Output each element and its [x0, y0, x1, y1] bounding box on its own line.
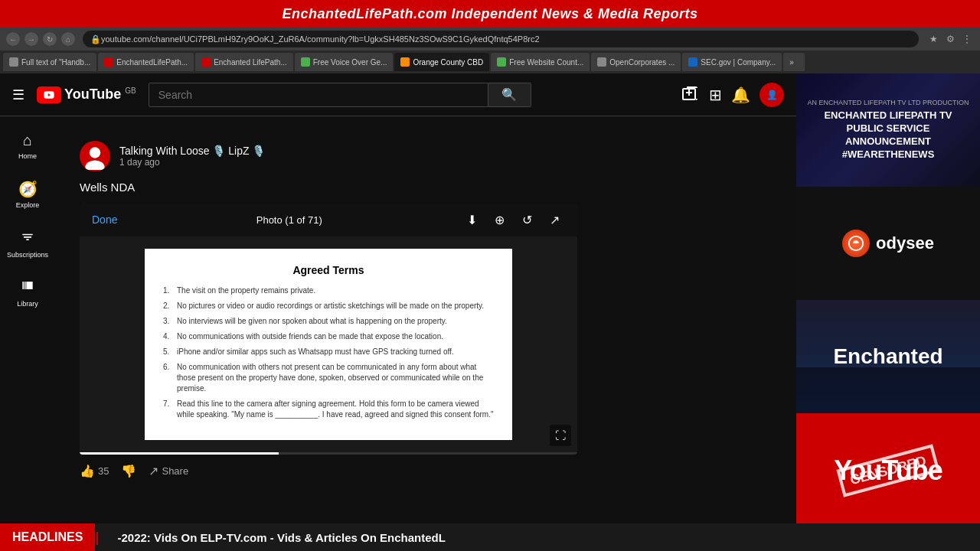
doc-text-3: No interviews will be given nor spoken a…	[177, 316, 447, 327]
doc-item-2: 2. No pictures or video or audio recordi…	[163, 301, 494, 311]
home-icon: ⌂	[23, 132, 32, 149]
top-banner-text: EnchantedLifePath.com Independent News &…	[282, 6, 697, 22]
doc-num-1: 1.	[163, 285, 174, 296]
tab-favicon-2	[201, 57, 211, 67]
censored-stamp: CENSORED	[836, 444, 939, 497]
bottom-banner: HEADLINES | -2022: Vids On ELP-TV.com - …	[0, 523, 980, 551]
browser-chrome: ← → ↻ ⌂ 🔒 youtube.com/channel/UCi7PBLmH9…	[0, 28, 980, 73]
post-meta: Talking With Loose 🎙️ LipZ 🎙️ 1 day ago	[119, 145, 265, 168]
promo-card-2[interactable]: odysee	[796, 187, 980, 300]
create-icon[interactable]	[681, 83, 700, 106]
doc-item-4: 4. No communications with outside friend…	[163, 331, 494, 342]
doc-num-3: 3.	[163, 316, 174, 327]
sidebar-item-home[interactable]: ⌂ Home	[2, 122, 54, 168]
search-input[interactable]	[149, 83, 488, 107]
back-button[interactable]: ←	[6, 32, 20, 46]
bookmark-icon[interactable]: ★	[926, 34, 940, 44]
sidebar-item-explore[interactable]: 🧭 Explore	[2, 171, 54, 217]
headlines-divider: |	[95, 530, 99, 546]
tab-7[interactable]: SEC.gov | Company...	[682, 53, 782, 71]
photo-counter: Photo (1 of 71)	[123, 214, 455, 226]
thumbs-down-icon: 👎	[121, 464, 136, 478]
sidebar-item-library[interactable]: Library	[2, 269, 54, 315]
photo-viewer: Done Photo (1 of 71) ⬇ ⊕ ↺ ↗ Agreed Term…	[80, 203, 577, 455]
odysee-icon	[842, 230, 870, 257]
extension-icon[interactable]: ⚙	[943, 34, 957, 44]
sidebar-subscriptions-label: Subscriptions	[7, 251, 48, 259]
yt-logo-icon	[37, 86, 61, 103]
svg-point-1	[90, 147, 100, 158]
post-time: 1 day ago	[119, 157, 265, 168]
tab-1[interactable]: EnchantedLifePath...	[98, 53, 194, 71]
promo-card-1[interactable]: AN ENCHANTED LIFEPATH TV LTD PRODUCTION …	[796, 73, 980, 187]
sidebar-explore-label: Explore	[16, 201, 40, 209]
odysee-text: odysee	[876, 233, 934, 253]
tab-more[interactable]: »	[783, 53, 805, 71]
tab-3[interactable]: Free Voice Over Ge...	[295, 53, 394, 71]
library-icon	[20, 278, 35, 297]
yt-logo-text: YouTube	[64, 86, 121, 103]
menu-icon[interactable]: ⋮	[960, 34, 974, 44]
promo-1-subtitle: AN ENCHANTED LIFEPATH TV LTD PRODUCTION	[808, 99, 969, 106]
download-icon[interactable]: ⬇	[461, 209, 482, 230]
promo-card-4[interactable]: YouTube CENSORED	[796, 413, 980, 528]
url-bar[interactable]: 🔒 youtube.com/channel/UCi7PBLmH9Zry9OoKJ…	[83, 31, 919, 47]
promo-card-3[interactable]: Enchanted	[796, 300, 980, 413]
sidebar-item-subscriptions[interactable]: Subscriptions	[2, 220, 54, 266]
doc-text-6: No communication with others not present…	[177, 362, 494, 394]
doc-num-7: 7.	[163, 399, 174, 420]
zoom-in-icon[interactable]: ⊕	[488, 209, 510, 230]
search-button[interactable]: 🔍	[488, 83, 531, 107]
share-photo-icon[interactable]: ↗	[544, 209, 565, 230]
headlines-label: HEADLINES	[0, 523, 95, 551]
photo-progress-fill	[80, 452, 279, 455]
reload-button[interactable]: ↻	[43, 32, 57, 46]
dislike-button[interactable]: 👎	[121, 464, 136, 478]
header-right: ⊞ 🔔 👤	[681, 83, 784, 107]
tab-favicon-0	[9, 57, 18, 67]
tab-favicon-1	[104, 57, 113, 67]
doc-item-7: 7. Read this line to the camera after si…	[163, 399, 494, 420]
yt-logo[interactable]: YouTube GB	[37, 86, 136, 103]
photo-progress	[80, 452, 577, 455]
rotate-icon[interactable]: ↺	[516, 209, 537, 230]
sidebar-home-label: Home	[18, 152, 37, 160]
post-avatar[interactable]	[80, 141, 110, 171]
city-silhouette	[796, 367, 980, 413]
like-count: 35	[98, 465, 109, 477]
lock-icon: 🔒	[90, 34, 101, 44]
tab-0[interactable]: Full text of "Handb...	[3, 53, 96, 71]
tab-6[interactable]: OpenCorporates ...	[591, 53, 681, 71]
grid-icon[interactable]: ⊞	[709, 86, 722, 104]
enchanted-promo-text: Enchanted	[833, 344, 942, 370]
share-button[interactable]: ↗ Share	[149, 464, 188, 478]
home-button[interactable]: ⌂	[61, 32, 75, 46]
forward-button[interactable]: →	[24, 32, 38, 46]
doc-item-3: 3. No interviews will be given nor spoke…	[163, 316, 494, 327]
post-channel-name[interactable]: Talking With Loose 🎙️ LipZ 🎙️	[119, 145, 265, 157]
tab-2[interactable]: Enchanted LifePath...	[195, 53, 293, 71]
doc-item-5: 5. iPhone and/or similar apps such as Wh…	[163, 347, 494, 357]
yt-body: ⌂ Home 🧭 Explore Subscriptions Library	[0, 116, 796, 528]
sidebar-library-label: Library	[17, 300, 38, 308]
promo-1-title: ENCHANTED LIFEPATH TV PUBLIC SERVICE ANN…	[805, 109, 971, 161]
post-header: Talking With Loose 🎙️ LipZ 🎙️ 1 day ago	[80, 141, 668, 171]
notifications-icon[interactable]: 🔔	[731, 86, 750, 104]
url-text: youtube.com/channel/UCi7PBLmH9Zry9OoKJ_Z…	[101, 34, 540, 44]
doc-text-7: Read this line to the camera after signi…	[177, 399, 494, 420]
done-button[interactable]: Done	[92, 214, 117, 226]
doc-title: Agreed Terms	[163, 264, 494, 276]
fullscreen-button[interactable]: ⛶	[550, 425, 571, 446]
right-panel: AN ENCHANTED LIFEPATH TV LTD PRODUCTION …	[796, 73, 980, 528]
share-icon: ↗	[149, 464, 158, 478]
photo-display: Agreed Terms 1. The visit on the propert…	[80, 236, 577, 452]
tab-4[interactable]: Orange County CBD	[394, 53, 489, 71]
hamburger-menu[interactable]: ☰	[12, 86, 24, 103]
avatar[interactable]: 👤	[760, 83, 784, 107]
subscriptions-icon	[20, 229, 35, 248]
post-title: Wells NDA	[80, 181, 668, 194]
tab-5[interactable]: Free Website Count...	[491, 53, 590, 71]
like-button[interactable]: 👍 35	[80, 464, 109, 478]
explore-icon: 🧭	[18, 180, 38, 198]
document-image: Agreed Terms 1. The visit on the propert…	[145, 249, 512, 440]
